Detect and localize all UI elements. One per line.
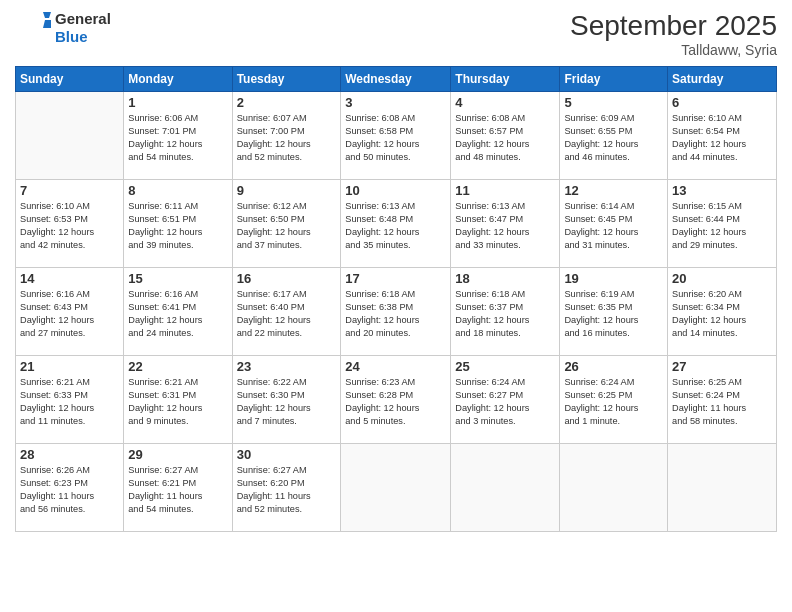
location: Talldaww, Syria (570, 42, 777, 58)
calendar-cell: 8Sunrise: 6:11 AM Sunset: 6:51 PM Daylig… (124, 180, 232, 268)
day-number: 23 (237, 359, 337, 374)
calendar-cell: 24Sunrise: 6:23 AM Sunset: 6:28 PM Dayli… (341, 356, 451, 444)
day-number: 18 (455, 271, 555, 286)
calendar-cell: 7Sunrise: 6:10 AM Sunset: 6:53 PM Daylig… (16, 180, 124, 268)
calendar-cell: 5Sunrise: 6:09 AM Sunset: 6:55 PM Daylig… (560, 92, 668, 180)
day-number: 4 (455, 95, 555, 110)
day-info: Sunrise: 6:17 AM Sunset: 6:40 PM Dayligh… (237, 288, 337, 340)
month-year: September 2025 (570, 10, 777, 42)
logo: General Blue (15, 10, 111, 46)
header: General Blue September 2025 Talldaww, Sy… (15, 10, 777, 58)
day-info: Sunrise: 6:10 AM Sunset: 6:54 PM Dayligh… (672, 112, 772, 164)
calendar-cell: 26Sunrise: 6:24 AM Sunset: 6:25 PM Dayli… (560, 356, 668, 444)
calendar-cell: 18Sunrise: 6:18 AM Sunset: 6:37 PM Dayli… (451, 268, 560, 356)
day-info: Sunrise: 6:21 AM Sunset: 6:31 PM Dayligh… (128, 376, 227, 428)
day-info: Sunrise: 6:08 AM Sunset: 6:58 PM Dayligh… (345, 112, 446, 164)
day-info: Sunrise: 6:27 AM Sunset: 6:21 PM Dayligh… (128, 464, 227, 516)
calendar-week-5: 28Sunrise: 6:26 AM Sunset: 6:23 PM Dayli… (16, 444, 777, 532)
day-info: Sunrise: 6:26 AM Sunset: 6:23 PM Dayligh… (20, 464, 119, 516)
day-number: 21 (20, 359, 119, 374)
logo-blue-text: Blue (55, 28, 111, 46)
day-number: 20 (672, 271, 772, 286)
col-tuesday: Tuesday (232, 67, 341, 92)
logo-svg (15, 10, 51, 46)
calendar-cell: 25Sunrise: 6:24 AM Sunset: 6:27 PM Dayli… (451, 356, 560, 444)
day-number: 28 (20, 447, 119, 462)
day-number: 24 (345, 359, 446, 374)
calendar-cell: 2Sunrise: 6:07 AM Sunset: 7:00 PM Daylig… (232, 92, 341, 180)
calendar-cell: 14Sunrise: 6:16 AM Sunset: 6:43 PM Dayli… (16, 268, 124, 356)
calendar-cell: 1Sunrise: 6:06 AM Sunset: 7:01 PM Daylig… (124, 92, 232, 180)
day-number: 19 (564, 271, 663, 286)
day-number: 7 (20, 183, 119, 198)
day-number: 29 (128, 447, 227, 462)
col-friday: Friday (560, 67, 668, 92)
calendar-cell: 19Sunrise: 6:19 AM Sunset: 6:35 PM Dayli… (560, 268, 668, 356)
day-info: Sunrise: 6:08 AM Sunset: 6:57 PM Dayligh… (455, 112, 555, 164)
calendar-cell (668, 444, 777, 532)
calendar-week-4: 21Sunrise: 6:21 AM Sunset: 6:33 PM Dayli… (16, 356, 777, 444)
calendar-cell: 22Sunrise: 6:21 AM Sunset: 6:31 PM Dayli… (124, 356, 232, 444)
day-info: Sunrise: 6:24 AM Sunset: 6:25 PM Dayligh… (564, 376, 663, 428)
calendar-cell: 6Sunrise: 6:10 AM Sunset: 6:54 PM Daylig… (668, 92, 777, 180)
day-number: 8 (128, 183, 227, 198)
calendar-cell: 10Sunrise: 6:13 AM Sunset: 6:48 PM Dayli… (341, 180, 451, 268)
day-info: Sunrise: 6:22 AM Sunset: 6:30 PM Dayligh… (237, 376, 337, 428)
day-info: Sunrise: 6:15 AM Sunset: 6:44 PM Dayligh… (672, 200, 772, 252)
day-info: Sunrise: 6:18 AM Sunset: 6:37 PM Dayligh… (455, 288, 555, 340)
logo-general-text: General (55, 10, 111, 28)
day-number: 30 (237, 447, 337, 462)
day-number: 11 (455, 183, 555, 198)
day-number: 16 (237, 271, 337, 286)
calendar-cell: 29Sunrise: 6:27 AM Sunset: 6:21 PM Dayli… (124, 444, 232, 532)
day-number: 2 (237, 95, 337, 110)
calendar-cell: 21Sunrise: 6:21 AM Sunset: 6:33 PM Dayli… (16, 356, 124, 444)
day-number: 10 (345, 183, 446, 198)
day-number: 1 (128, 95, 227, 110)
calendar-week-2: 7Sunrise: 6:10 AM Sunset: 6:53 PM Daylig… (16, 180, 777, 268)
col-thursday: Thursday (451, 67, 560, 92)
calendar-table: Sunday Monday Tuesday Wednesday Thursday… (15, 66, 777, 532)
day-info: Sunrise: 6:06 AM Sunset: 7:01 PM Dayligh… (128, 112, 227, 164)
day-number: 14 (20, 271, 119, 286)
day-info: Sunrise: 6:20 AM Sunset: 6:34 PM Dayligh… (672, 288, 772, 340)
page: General Blue September 2025 Talldaww, Sy… (0, 0, 792, 612)
day-number: 25 (455, 359, 555, 374)
day-info: Sunrise: 6:11 AM Sunset: 6:51 PM Dayligh… (128, 200, 227, 252)
day-info: Sunrise: 6:18 AM Sunset: 6:38 PM Dayligh… (345, 288, 446, 340)
calendar-cell: 12Sunrise: 6:14 AM Sunset: 6:45 PM Dayli… (560, 180, 668, 268)
calendar-cell: 16Sunrise: 6:17 AM Sunset: 6:40 PM Dayli… (232, 268, 341, 356)
day-number: 5 (564, 95, 663, 110)
header-row: Sunday Monday Tuesday Wednesday Thursday… (16, 67, 777, 92)
day-info: Sunrise: 6:07 AM Sunset: 7:00 PM Dayligh… (237, 112, 337, 164)
calendar-cell: 11Sunrise: 6:13 AM Sunset: 6:47 PM Dayli… (451, 180, 560, 268)
calendar-cell: 17Sunrise: 6:18 AM Sunset: 6:38 PM Dayli… (341, 268, 451, 356)
calendar-week-1: 1Sunrise: 6:06 AM Sunset: 7:01 PM Daylig… (16, 92, 777, 180)
day-number: 15 (128, 271, 227, 286)
calendar-cell: 13Sunrise: 6:15 AM Sunset: 6:44 PM Dayli… (668, 180, 777, 268)
day-number: 6 (672, 95, 772, 110)
calendar-cell: 9Sunrise: 6:12 AM Sunset: 6:50 PM Daylig… (232, 180, 341, 268)
day-number: 12 (564, 183, 663, 198)
calendar-cell: 28Sunrise: 6:26 AM Sunset: 6:23 PM Dayli… (16, 444, 124, 532)
col-monday: Monday (124, 67, 232, 92)
calendar-cell (560, 444, 668, 532)
day-info: Sunrise: 6:12 AM Sunset: 6:50 PM Dayligh… (237, 200, 337, 252)
day-number: 13 (672, 183, 772, 198)
day-info: Sunrise: 6:23 AM Sunset: 6:28 PM Dayligh… (345, 376, 446, 428)
day-info: Sunrise: 6:27 AM Sunset: 6:20 PM Dayligh… (237, 464, 337, 516)
day-info: Sunrise: 6:09 AM Sunset: 6:55 PM Dayligh… (564, 112, 663, 164)
day-number: 22 (128, 359, 227, 374)
day-number: 26 (564, 359, 663, 374)
day-info: Sunrise: 6:13 AM Sunset: 6:48 PM Dayligh… (345, 200, 446, 252)
day-info: Sunrise: 6:25 AM Sunset: 6:24 PM Dayligh… (672, 376, 772, 428)
day-number: 9 (237, 183, 337, 198)
calendar-cell: 20Sunrise: 6:20 AM Sunset: 6:34 PM Dayli… (668, 268, 777, 356)
calendar-cell: 23Sunrise: 6:22 AM Sunset: 6:30 PM Dayli… (232, 356, 341, 444)
col-wednesday: Wednesday (341, 67, 451, 92)
title-block: September 2025 Talldaww, Syria (570, 10, 777, 58)
day-number: 3 (345, 95, 446, 110)
calendar-cell: 27Sunrise: 6:25 AM Sunset: 6:24 PM Dayli… (668, 356, 777, 444)
calendar-cell (341, 444, 451, 532)
calendar-cell (16, 92, 124, 180)
